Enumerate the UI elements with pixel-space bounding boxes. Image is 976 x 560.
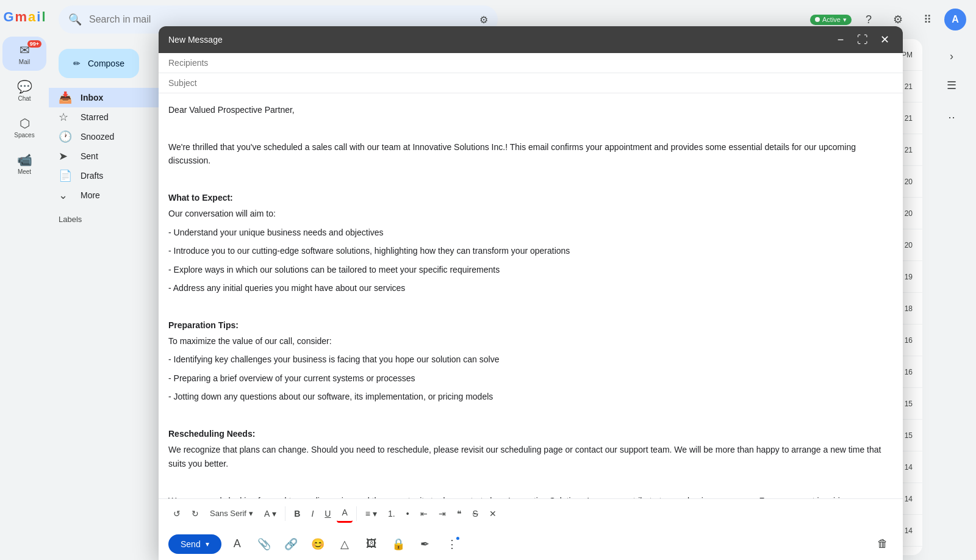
minimize-button[interactable]: − bbox=[832, 31, 849, 48]
section1-item3: - Address any initial queries you might … bbox=[168, 281, 893, 295]
sent-icon: ➤ bbox=[59, 149, 71, 163]
right-panel: › ☰ ‥ bbox=[927, 39, 976, 560]
compose-label: Compose bbox=[88, 59, 124, 68]
section2-item1: - Preparing a brief overview of your cur… bbox=[168, 372, 893, 385]
font-size-button[interactable]: A ▾ bbox=[259, 505, 281, 522]
nav-starred-label: Starred bbox=[81, 112, 109, 122]
photo-button[interactable]: 🖼 bbox=[361, 533, 382, 555]
section1-item0: - Understand your unique business needs … bbox=[168, 226, 893, 239]
compose-footer: Send ▾ A 📎 🔗 😊 △ 🖼 🔒 ✒ ⋮ 🗑 bbox=[159, 528, 903, 560]
toolbar-separator-2 bbox=[356, 506, 357, 521]
meet-icon: 📹 bbox=[17, 153, 32, 167]
signature-button[interactable]: ✒ bbox=[414, 533, 436, 555]
chat-icon: 💬 bbox=[17, 79, 32, 94]
active-status[interactable]: Active ▾ bbox=[810, 15, 852, 25]
emoji-button[interactable]: 😊 bbox=[307, 533, 329, 555]
starred-icon: ☆ bbox=[59, 110, 71, 124]
send-chevron: ▾ bbox=[206, 540, 209, 548]
compose-modal: New Message − ⛶ ✕ Dear Valued Prospectiv… bbox=[159, 26, 903, 560]
maximize-button[interactable]: ⛶ bbox=[854, 31, 871, 48]
compose-body[interactable]: Dear Valued Prospective Partner, We're t… bbox=[159, 93, 903, 498]
nav-inbox-label: Inbox bbox=[81, 93, 103, 102]
font-size-chevron: ▾ bbox=[272, 509, 276, 519]
section1-title: What to Expect: bbox=[168, 191, 893, 204]
sidebar-item-meet[interactable]: 📹 Meet bbox=[2, 146, 46, 181]
closing-para: We are eagerly looking forward to our di… bbox=[168, 494, 893, 498]
compose-subject-field bbox=[159, 73, 903, 93]
spacer2 bbox=[168, 173, 893, 186]
compose-title: New Message bbox=[168, 35, 223, 45]
clear-formatting-button[interactable]: ✕ bbox=[484, 505, 501, 522]
undo-button[interactable]: ↺ bbox=[168, 505, 185, 522]
redo-button[interactable]: ↻ bbox=[187, 505, 204, 522]
link-button[interactable]: 🔗 bbox=[280, 533, 302, 555]
gmail-logo: Gmail bbox=[6, 5, 43, 29]
sidebar-item-chat[interactable]: 💬 Chat bbox=[2, 73, 46, 107]
delete-button[interactable]: 🗑 bbox=[872, 533, 893, 555]
list-view-icon[interactable]: ☰ bbox=[939, 73, 964, 98]
font-family-button[interactable]: Sans Serif ▾ bbox=[205, 505, 258, 522]
nav-more-label: More bbox=[81, 190, 100, 200]
align-button[interactable]: ≡ ▾ bbox=[361, 505, 382, 522]
section2-item2: - Jotting down any questions about our s… bbox=[168, 390, 893, 403]
close-button[interactable]: ✕ bbox=[876, 31, 893, 48]
sidebar-item-mail-label: Mail bbox=[19, 59, 30, 65]
right-arrow-icon[interactable]: › bbox=[939, 44, 964, 68]
intro-text: We're thrilled that you've scheduled a s… bbox=[168, 140, 893, 168]
nav-drafts-label: Drafts bbox=[81, 171, 103, 181]
more-dot-indicator bbox=[456, 537, 459, 540]
font-family-chevron: ▾ bbox=[249, 509, 253, 518]
section1-sub: Our conversation will aim to: bbox=[168, 207, 893, 220]
recipients-input[interactable] bbox=[168, 58, 893, 68]
sidebar-item-meet-label: Meet bbox=[18, 168, 31, 175]
spaces-icon: ⬡ bbox=[20, 116, 30, 131]
attach-button[interactable]: 📎 bbox=[253, 533, 275, 555]
indent-less-button[interactable]: ⇤ bbox=[415, 505, 432, 522]
snoozed-icon: 🕐 bbox=[59, 130, 71, 143]
lock-button[interactable]: 🔒 bbox=[387, 533, 409, 555]
section3-title: Rescheduling Needs: bbox=[168, 427, 893, 440]
section2-sub: To maximize the value of our call, consi… bbox=[168, 334, 893, 348]
spacer4 bbox=[168, 409, 893, 422]
sidebar-item-spaces[interactable]: ⬡ Spaces bbox=[2, 110, 46, 144]
spacer1 bbox=[168, 121, 893, 135]
sidebar-item-mail[interactable]: ✉ Mail 99+ bbox=[2, 37, 46, 71]
strikethrough-button[interactable]: S bbox=[468, 505, 483, 522]
send-label: Send bbox=[181, 539, 201, 549]
spacer3 bbox=[168, 300, 893, 313]
toolbar-separator-1 bbox=[285, 506, 285, 521]
nav-snoozed-label: Snoozed bbox=[81, 132, 114, 142]
sidebar: Gmail ✉ Mail 99+ 💬 Chat ⬡ Spaces 📹 Meet bbox=[0, 0, 49, 560]
drafts-icon: 📄 bbox=[59, 169, 71, 182]
drive-button[interactable]: △ bbox=[334, 533, 356, 555]
subject-input[interactable] bbox=[168, 78, 893, 88]
format-button[interactable]: A bbox=[226, 533, 248, 555]
section1-item2: - Explore ways in which our solutions ca… bbox=[168, 263, 893, 276]
chevron-down-icon: ▾ bbox=[843, 16, 847, 24]
send-button[interactable]: Send ▾ bbox=[168, 534, 221, 554]
avatar[interactable]: A bbox=[944, 9, 966, 31]
search-icon: 🔍 bbox=[68, 13, 82, 26]
quote-button[interactable]: ❝ bbox=[452, 505, 467, 522]
right-panel-toggle[interactable]: ‥ bbox=[939, 102, 964, 127]
compose-header: New Message − ⛶ ✕ bbox=[159, 26, 903, 53]
more-options-button[interactable]: ⋮ bbox=[441, 533, 463, 555]
compose-to-field bbox=[159, 53, 903, 73]
italic-button[interactable]: I bbox=[306, 505, 318, 522]
compose-icon: ✏ bbox=[73, 59, 81, 68]
bold-button[interactable]: B bbox=[289, 505, 305, 522]
compose-button[interactable]: ✏ Compose bbox=[59, 49, 139, 78]
compose-header-actions: − ⛶ ✕ bbox=[832, 31, 893, 48]
spacer5 bbox=[168, 475, 893, 489]
more-icon: ⌄ bbox=[59, 188, 71, 202]
compose-toolbar: ↺ ↻ Sans Serif ▾ A ▾ B I U A ≡ ▾ 1. • ⇤ … bbox=[159, 498, 903, 528]
search-input[interactable] bbox=[89, 14, 472, 25]
unordered-list-button[interactable]: • bbox=[401, 505, 414, 522]
underline-button[interactable]: U bbox=[320, 505, 336, 522]
align-chevron: ▾ bbox=[373, 509, 377, 519]
inbox-icon: 📥 bbox=[59, 91, 71, 104]
text-color-button[interactable]: A bbox=[337, 504, 352, 523]
apps-button[interactable]: ⠿ bbox=[915, 7, 939, 32]
ordered-list-button[interactable]: 1. bbox=[383, 505, 400, 522]
indent-more-button[interactable]: ⇥ bbox=[434, 505, 451, 522]
